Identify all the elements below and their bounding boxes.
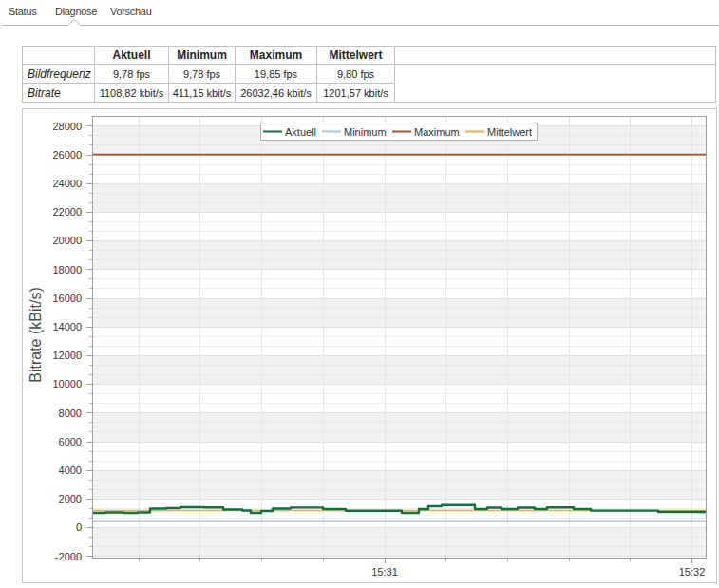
svg-text:Bitrate (kBit/s): Bitrate (kBit/s) (28, 287, 44, 382)
svg-text:24000: 24000 (52, 178, 82, 189)
svg-text:15:32: 15:32 (679, 566, 706, 578)
svg-text:8000: 8000 (59, 408, 82, 419)
svg-text:16000: 16000 (52, 293, 82, 304)
svg-text:28000: 28000 (52, 121, 82, 132)
svg-text:10000: 10000 (52, 378, 82, 389)
svg-text:15:31: 15:31 (371, 566, 398, 578)
svg-text:12000: 12000 (52, 350, 82, 361)
svg-text:Maximum: Maximum (414, 126, 460, 138)
svg-text:6000: 6000 (59, 436, 82, 447)
svg-text:Aktuell: Aktuell (285, 126, 316, 138)
svg-text:-2000: -2000 (55, 551, 82, 562)
svg-text:26000: 26000 (52, 149, 82, 161)
svg-text:Minimum: Minimum (344, 126, 387, 138)
svg-text:20000: 20000 (52, 235, 82, 246)
svg-text:2000: 2000 (59, 493, 82, 504)
svg-text:18000: 18000 (52, 264, 82, 275)
svg-text:22000: 22000 (52, 206, 82, 218)
svg-text:0: 0 (76, 522, 82, 533)
svg-text:Mittelwert: Mittelwert (487, 126, 532, 138)
svg-text:14000: 14000 (52, 321, 82, 332)
svg-text:4000: 4000 (59, 465, 82, 476)
